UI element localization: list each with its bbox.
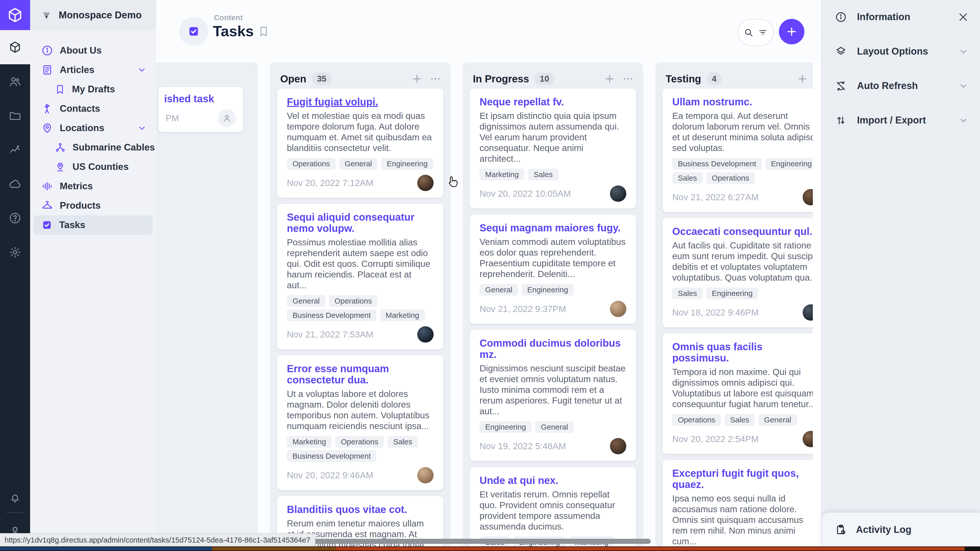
task-date: Nov 21, 2022 7:53AM [287, 329, 373, 340]
task-card[interactable]: Error esse numquam consectetur dua. Ut a… [277, 355, 443, 490]
horizontal-scrollbar-thumb[interactable] [310, 539, 651, 544]
column-count-badge: 10 [535, 73, 554, 85]
nav-item-articles[interactable]: Articles [30, 60, 156, 79]
nav-item-about-us[interactable]: About Us [30, 41, 156, 60]
task-card[interactable]: Commodi ducimus doloribus mz. Dignissimo… [470, 330, 636, 461]
module-content[interactable] [0, 30, 30, 64]
nav-item-my-drafts[interactable]: My Drafts [30, 79, 156, 99]
nav-item-locations[interactable]: Locations [30, 118, 156, 138]
task-title[interactable]: Commodi ducimus doloribus mz. [479, 338, 626, 360]
column-menu-button[interactable] [622, 73, 634, 85]
sidebar-section-import-export[interactable]: Import / Export [822, 103, 980, 138]
tag-chip: Business Development [672, 158, 762, 170]
bell-icon [9, 491, 21, 504]
task-tags: MarketingOperationsSalesBusiness Develop… [287, 436, 434, 462]
add-item-button[interactable] [779, 19, 804, 44]
sidebar-section-label: Layout Options [857, 46, 928, 57]
activity-log-button[interactable]: Activity Log [822, 513, 980, 546]
task-title[interactable]: Sequi aliquid consequatur nemo volupw. [287, 211, 434, 234]
project-logo-icon [41, 10, 52, 21]
column-title: Open [280, 73, 306, 85]
sync-off-icon [835, 80, 847, 92]
kanban-board: ished task PM Open 35 Fugit fugiat volup… [156, 62, 821, 551]
column-add-button[interactable] [604, 73, 616, 85]
tag-chip: Sales [387, 436, 418, 448]
sidebar-section-label: Import / Export [857, 115, 926, 126]
task-card[interactable]: Occaecati consequuntur qul. Aut facilis … [662, 218, 829, 327]
task-title[interactable]: Omnis quas facilis possimusu. [672, 341, 819, 364]
chevron-down-icon[interactable] [958, 81, 969, 91]
chevron-down-icon[interactable] [958, 46, 969, 57]
task-card[interactable]: Excepturi fugit fugit quos, quaez. Ipsa … [662, 460, 829, 551]
task-description: Ea tempora qui. Aut deserunt dolorum lab… [672, 110, 819, 153]
close-icon[interactable] [958, 11, 969, 23]
module-user-directory[interactable] [0, 64, 30, 98]
project-header[interactable]: Monospace Demo [30, 0, 156, 30]
task-card[interactable]: Unde at qui nex. Et veritatis rerum. Omn… [470, 467, 636, 551]
task-card[interactable]: Ullam nostrumc. Ea tempora qui. Aut dese… [662, 89, 829, 212]
module-file-library[interactable] [0, 98, 30, 133]
nav-label: About Us [60, 45, 102, 56]
chevron-down-icon[interactable] [137, 123, 147, 133]
bookmark-icon[interactable] [258, 25, 269, 37]
tag-chip: Business Development [287, 310, 376, 321]
task-card[interactable]: Neque repellat fv. Et ipsam distinctio q… [470, 89, 636, 208]
search-filter-control[interactable] [738, 19, 774, 46]
nav-item-contacts[interactable]: Contacts [30, 99, 156, 118]
sidebar-section-auto-refresh[interactable]: Auto Refresh [822, 69, 980, 103]
chevron-down-icon[interactable] [958, 115, 969, 126]
task-title[interactable]: Excepturi fugit fugit quos, quaez. [672, 468, 819, 490]
nav-item-products[interactable]: Products [30, 196, 156, 215]
task-card[interactable]: Sequi aliquid consequatur nemo volupw. P… [277, 204, 443, 349]
module-docs[interactable] [0, 201, 30, 235]
filter-icon[interactable] [757, 27, 768, 38]
task-card[interactable]: Fugit fugiat volupi. Vel et molestiae qu… [277, 89, 443, 198]
task-description: Vel et molestiae quis ea modi quas tempo… [287, 110, 434, 153]
column-add-button[interactable] [797, 73, 808, 85]
nav-item-us-counties[interactable]: US Counties [30, 157, 156, 176]
task-tags: GeneralEngineering [479, 284, 626, 295]
page-header: Content Tasks [156, 0, 821, 62]
task-title[interactable]: Unde at qui nex. [479, 475, 626, 486]
breadcrumb[interactable]: Content [214, 13, 243, 22]
task-description: Et veritatis rerum. Omnis repellat quo. … [479, 489, 626, 532]
chart-icon [9, 143, 21, 156]
task-title[interactable]: Sequi magnam maiores fugy. [479, 222, 626, 233]
nav-item-metrics[interactable]: Metrics [30, 176, 156, 196]
chevron-down-icon[interactable] [137, 65, 147, 75]
task-description: Et ipsam distinctio quia quia ipsum dign… [479, 110, 626, 164]
task-title[interactable]: Occaecati consequuntur qul. [672, 226, 819, 237]
task-card[interactable]: Sequi magnam maiores fugy. Veniam commod… [470, 214, 636, 324]
nav-item-tasks[interactable]: Tasks [34, 215, 153, 235]
task-card[interactable]: Omnis quas facilis possimusu. Tempora id… [662, 333, 829, 454]
sidebar-section-information[interactable]: Information [822, 0, 980, 35]
task-title[interactable]: Ullam nostrumc. [672, 96, 819, 107]
task-card[interactable]: ished task PM [159, 87, 243, 132]
module-cloud[interactable] [0, 167, 30, 201]
task-title[interactable]: Neque repellat fv. [479, 96, 626, 107]
nav-label: My Drafts [72, 84, 115, 95]
tag-chip: Engineering [765, 158, 818, 170]
module-settings[interactable] [0, 235, 30, 269]
notifications-button[interactable] [0, 485, 30, 510]
task-title[interactable]: Error esse numquam consectetur dua. [287, 363, 434, 386]
sidebar-section-layout-options[interactable]: Layout Options [822, 35, 980, 69]
task-title[interactable]: Fugit fugiat volupi. [287, 96, 434, 107]
column-title: Testing [666, 73, 701, 85]
task-title[interactable]: Blanditiis quos vitae cot. [287, 504, 434, 515]
module-insights[interactable] [0, 133, 30, 167]
equalizer-icon [41, 180, 53, 192]
search-icon[interactable] [743, 27, 754, 38]
column-add-button[interactable] [411, 73, 423, 85]
task-description: Possimus molestiae mollitia alias repreh… [287, 237, 434, 291]
column-menu-button[interactable] [430, 73, 441, 85]
recording-progress-strip [0, 546, 980, 551]
article-icon [41, 64, 53, 76]
task-title[interactable]: ished task [164, 93, 236, 105]
activity-log-label: Activity Log [856, 524, 912, 535]
tag-chip: Business Development [287, 450, 376, 462]
task-description: Tempora id non maxime. Qui qui dignissim… [672, 367, 819, 410]
directus-logo-icon[interactable] [0, 0, 30, 30]
tag-chip: Operations [329, 295, 378, 307]
nav-item-submarine-cables[interactable]: Submarine Cables [30, 138, 156, 157]
